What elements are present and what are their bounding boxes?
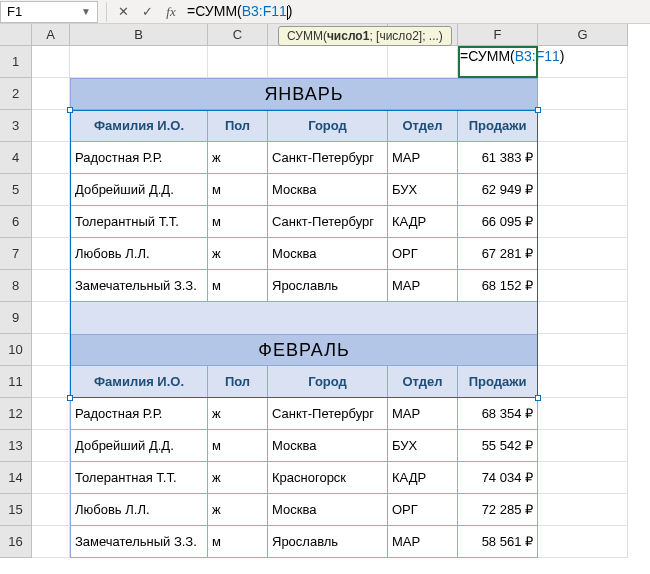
cell[interactable]: Москва	[268, 494, 388, 526]
row-header[interactable]: 15	[0, 494, 32, 526]
table-row[interactable]: Радостная Р.Р.жСанкт-ПетербургМАР68 354 …	[70, 398, 538, 430]
formula-input[interactable]: =СУММ(B3:F11)	[183, 3, 650, 19]
cell[interactable]: Толерантная Т.Т.	[70, 462, 208, 494]
cell[interactable]: Санкт-Петербург	[268, 398, 388, 430]
cell[interactable]: КАДР	[388, 206, 458, 238]
cell[interactable]: ОРГ	[388, 238, 458, 270]
cell[interactable]: Санкт-Петербург	[268, 206, 388, 238]
enter-button[interactable]: ✓	[135, 2, 159, 22]
row-header[interactable]: 13	[0, 430, 32, 462]
cell[interactable]: 58 561 ₽	[458, 526, 538, 558]
cell[interactable]: Москва	[268, 238, 388, 270]
cell[interactable]: Радостная Р.Р.	[70, 398, 208, 430]
name-box[interactable]: F1 ▼	[0, 1, 98, 23]
cell[interactable]: ж	[208, 238, 268, 270]
cell[interactable]: Добрейший Д.Д.	[70, 430, 208, 462]
row-header[interactable]: 4	[0, 142, 32, 174]
row-header[interactable]: 5	[0, 174, 32, 206]
col-header-B[interactable]: B	[70, 24, 208, 46]
table-row[interactable]: Радостная Р.Р.жСанкт-ПетербургМАР61 383 …	[70, 142, 538, 174]
cell[interactable]: МАР	[388, 398, 458, 430]
cell[interactable]: Ярославль	[268, 270, 388, 302]
table-row[interactable]: Любовь Л.Л.жМоскваОРГ72 285 ₽	[70, 494, 538, 526]
cell[interactable]: ж	[208, 462, 268, 494]
cell[interactable]: Ярославль	[268, 526, 388, 558]
row-header[interactable]: 14	[0, 462, 32, 494]
cell[interactable]: 61 383 ₽	[458, 142, 538, 174]
cell[interactable]: БУХ	[388, 430, 458, 462]
cell[interactable]: 66 095 ₽	[458, 206, 538, 238]
cell[interactable]: ж	[208, 142, 268, 174]
cell[interactable]: 55 542 ₽	[458, 430, 538, 462]
cell[interactable]: Радостная Р.Р.	[70, 142, 208, 174]
col-header-C[interactable]: C	[208, 24, 268, 46]
cell[interactable]: м	[208, 430, 268, 462]
cell[interactable]: МАР	[388, 270, 458, 302]
cell[interactable]: м	[208, 526, 268, 558]
cell[interactable]: Любовь Л.Л.	[70, 494, 208, 526]
cell[interactable]: м	[208, 206, 268, 238]
cell[interactable]: БУХ	[388, 174, 458, 206]
cell[interactable]: Толерантный Т.Т.	[70, 206, 208, 238]
cell[interactable]: ОРГ	[388, 494, 458, 526]
cell[interactable]: 62 949 ₽	[458, 174, 538, 206]
cell[interactable]: 68 152 ₽	[458, 270, 538, 302]
formula-suffix: )	[288, 3, 293, 19]
table-row[interactable]: Добрейший Д.Д.мМоскваБУХ62 949 ₽	[70, 174, 538, 206]
cell[interactable]: м	[208, 174, 268, 206]
chevron-down-icon[interactable]: ▼	[81, 6, 91, 17]
tooltip-rest: ; [число2]; ...)	[369, 29, 442, 43]
col-header-A[interactable]: A	[32, 24, 70, 46]
table-row[interactable]: Замечательный З.З.мЯрославльМАР58 561 ₽	[70, 526, 538, 558]
row-header[interactable]: 16	[0, 526, 32, 558]
row-header[interactable]: 3	[0, 110, 32, 142]
cell[interactable]: 67 281 ₽	[458, 238, 538, 270]
cell[interactable]: Красногорск	[268, 462, 388, 494]
cancel-button[interactable]: ✕	[111, 2, 135, 22]
row-header[interactable]: 2	[0, 78, 32, 110]
row-header[interactable]: 7	[0, 238, 32, 270]
cell[interactable]: Любовь Л.Л.	[70, 238, 208, 270]
row-header[interactable]: 6	[0, 206, 32, 238]
header-gender: Пол	[208, 366, 268, 398]
col-header-G[interactable]: G	[538, 24, 628, 46]
row-header[interactable]: 11	[0, 366, 32, 398]
header-city: Город	[268, 110, 388, 142]
header-dept: Отдел	[388, 366, 458, 398]
row-header[interactable]: 1	[0, 46, 32, 78]
table-row[interactable]: Любовь Л.Л.жМоскваОРГ67 281 ₽	[70, 238, 538, 270]
select-all-corner[interactable]	[0, 24, 32, 46]
row-header[interactable]: 12	[0, 398, 32, 430]
cell[interactable]: м	[208, 270, 268, 302]
col-header-F[interactable]: F	[458, 24, 538, 46]
cell[interactable]: 72 285 ₽	[458, 494, 538, 526]
row-header[interactable]: 8	[0, 270, 32, 302]
table-row[interactable]: Толерантный Т.Т.мСанкт-ПетербургКАДР66 0…	[70, 206, 538, 238]
cells-area[interactable]: ЯНВАРЬ Фамилия И.О. Пол Город Отдел Прод…	[32, 46, 628, 558]
cell[interactable]: ж	[208, 398, 268, 430]
formula-bar: F1 ▼ ✕ ✓ fx =СУММ(B3:F11)	[0, 0, 650, 24]
cell[interactable]: 74 034 ₽	[458, 462, 538, 494]
header-name: Фамилия И.О.	[70, 110, 208, 142]
table-row[interactable]: Замечательный З.З.мЯрославльМАР68 152 ₽	[70, 270, 538, 302]
row-header[interactable]: 9	[0, 302, 32, 334]
table-row[interactable]: Добрейший Д.Д.мМоскваБУХ55 542 ₽	[70, 430, 538, 462]
row-header[interactable]: 10	[0, 334, 32, 366]
separator	[106, 2, 107, 22]
fx-button[interactable]: fx	[159, 2, 183, 22]
cell[interactable]: Замечательный З.З.	[70, 270, 208, 302]
cell[interactable]: Замечательный З.З.	[70, 526, 208, 558]
row-headers: 1 2 3 4 5 6 7 8 9 10 11 12 13 14 15 16	[0, 46, 32, 558]
header-name: Фамилия И.О.	[70, 366, 208, 398]
cell[interactable]: 68 354 ₽	[458, 398, 538, 430]
cell[interactable]: Санкт-Петербург	[268, 142, 388, 174]
tooltip-fn: СУММ	[287, 29, 323, 43]
cell[interactable]: ж	[208, 494, 268, 526]
table-row[interactable]: Толерантная Т.Т.жКрасногорскКАДР74 034 ₽	[70, 462, 538, 494]
cell[interactable]: МАР	[388, 142, 458, 174]
cell[interactable]: МАР	[388, 526, 458, 558]
cell[interactable]: Москва	[268, 174, 388, 206]
cell[interactable]: Добрейший Д.Д.	[70, 174, 208, 206]
cell[interactable]: Москва	[268, 430, 388, 462]
cell[interactable]: КАДР	[388, 462, 458, 494]
